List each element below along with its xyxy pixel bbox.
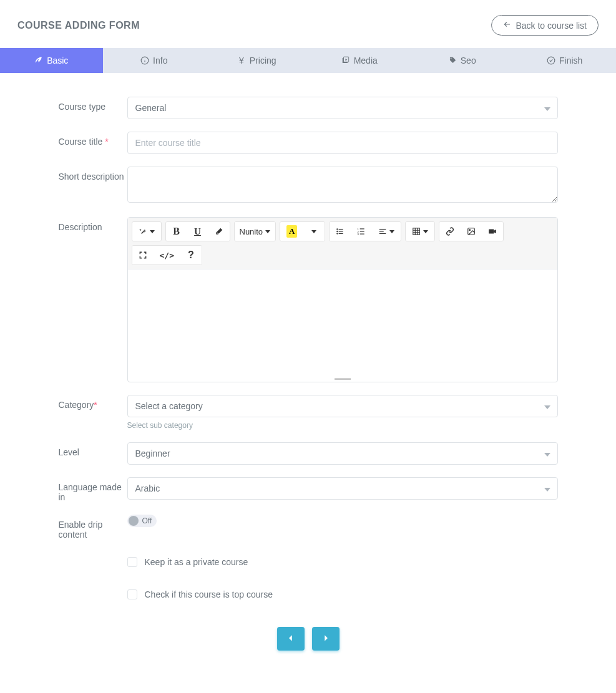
tab-finish[interactable]: Finish [514,48,617,73]
svg-rect-19 [379,231,384,231]
back-to-course-list-button[interactable]: Back to course list [491,15,599,36]
description-label: Description [59,217,127,382]
svg-rect-20 [379,233,386,234]
language-label: Language made in [59,477,127,502]
drip-content-toggle[interactable]: Off [127,515,157,527]
svg-rect-15 [360,231,364,231]
course-title-label: Course title * [59,132,127,154]
tab-label: Seo [461,56,476,65]
editor-resize-handle[interactable] [128,376,557,382]
link-button[interactable] [439,222,461,241]
level-select[interactable]: Beginner [127,442,558,465]
code-view-button[interactable]: </> [154,246,180,264]
tab-pricing[interactable]: ¥ Pricing [205,48,308,73]
svg-rect-17 [360,234,364,235]
category-label: Category* [59,395,127,430]
ordered-list-button[interactable]: 123 [351,222,372,241]
toggle-knob [129,516,139,526]
svg-rect-9 [339,231,343,231]
course-type-label: Course type [59,97,127,119]
next-step-button[interactable] [312,627,340,651]
course-title-input[interactable] [127,132,558,154]
fullscreen-button[interactable] [132,246,154,264]
svg-rect-28 [489,230,494,234]
svg-text:3: 3 [358,233,359,236]
arrow-left-icon [503,20,512,31]
info-icon [140,56,149,65]
required-asterisk: * [105,137,108,147]
tab-basic[interactable]: Basic [0,48,103,73]
svg-rect-18 [379,229,386,230]
yen-icon: ¥ [237,56,246,65]
help-button[interactable]: ? [180,246,202,264]
rich-text-editor: B U Nunito A [127,217,558,382]
tab-seo[interactable]: Seo [411,48,514,73]
previous-step-button[interactable] [277,627,305,651]
category-help-text: Select sub category [127,421,558,430]
required-asterisk: * [94,400,97,410]
image-button[interactable] [461,222,482,241]
svg-point-8 [337,231,338,232]
top-course-label: Check if this course is top course [145,589,273,599]
tab-info[interactable]: Info [103,48,206,73]
arrow-right-icon [321,634,330,644]
short-description-label: Short description [59,167,127,205]
tab-label: Info [153,56,167,65]
magic-wand-button[interactable] [132,222,161,241]
table-button[interactable] [406,222,434,241]
language-select[interactable]: Arabic [127,477,558,500]
private-course-label: Keep it as a private course [145,557,248,567]
svg-point-27 [469,230,471,231]
tab-label: Media [354,56,378,65]
check-circle-icon [547,56,555,65]
arrow-left-icon [286,634,295,644]
private-course-checkbox[interactable] [127,557,137,567]
svg-rect-13 [360,228,364,229]
top-course-checkbox[interactable] [127,589,137,599]
font-color-more-button[interactable] [303,222,325,241]
underline-button[interactable]: U [187,222,208,241]
svg-point-5 [547,57,555,64]
svg-rect-7 [339,229,343,230]
media-icon [341,56,350,65]
tab-label: Basic [47,56,68,65]
toggle-state-label: Off [142,516,152,525]
unordered-list-button[interactable] [330,222,351,241]
short-description-textarea[interactable] [127,167,558,203]
drip-content-label: Enable drip content [59,515,127,540]
paragraph-align-button[interactable] [372,222,401,241]
course-type-select[interactable]: General [127,97,558,119]
svg-rect-21 [413,228,420,235]
tag-icon [448,56,457,65]
editor-content-area[interactable] [128,269,557,376]
page-title: COURSE ADDING FORM [17,20,140,31]
eraser-button[interactable] [208,222,230,241]
tab-label: Finish [559,56,582,65]
editor-toolbar: B U Nunito A [128,218,557,269]
svg-rect-11 [339,233,343,234]
svg-point-10 [337,233,338,234]
tabs: Basic Info ¥ Pricing Media Seo Finish [0,48,616,73]
level-label: Level [59,442,127,465]
font-family-button[interactable]: Nunito [235,222,276,241]
back-button-label: Back to course list [516,21,587,31]
category-select[interactable]: Select a category [127,395,558,417]
font-color-button[interactable]: A [280,222,303,241]
svg-point-6 [337,228,338,230]
tab-label: Pricing [250,56,276,65]
feather-icon [34,56,43,65]
tab-media[interactable]: Media [308,48,411,73]
bold-button[interactable]: B [166,222,187,241]
video-button[interactable] [482,222,503,241]
